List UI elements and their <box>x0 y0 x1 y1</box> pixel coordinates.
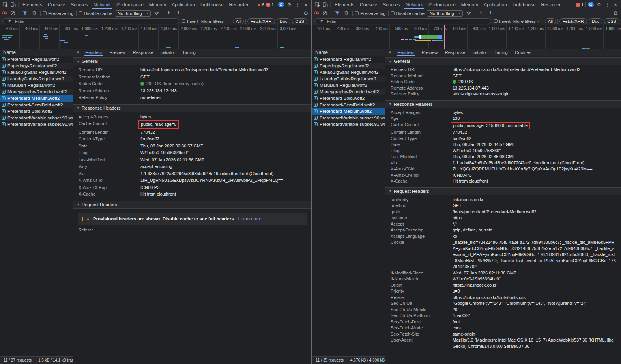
section-header-general[interactable]: ▾General <box>73 57 311 65</box>
filter-chip-css[interactable]: CSS <box>604 18 619 24</box>
waterfall-overview[interactable]: 100 ms200 ms300 ms400 ms500 ms600 ms700 … <box>312 25 621 49</box>
request-row[interactable]: TPretendardVariable.subset.91.woff2 <box>0 121 73 128</box>
tab-lighthouse[interactable]: Lighthouse <box>198 0 226 9</box>
tab-recorder[interactable]: Recorder <box>226 0 251 9</box>
filter-chip-doc[interactable]: Doc <box>277 18 291 24</box>
filter-input-box[interactable] <box>314 18 491 24</box>
tab-elements[interactable]: Elements <box>20 0 45 9</box>
record-icon[interactable] <box>314 11 319 15</box>
preserve-log-checkbox[interactable]: Preserve log <box>43 11 74 16</box>
filter-chip-fetch-xhr[interactable]: Fetch/XHR <box>559 18 587 24</box>
request-row[interactable]: TPretendardVariable.subset.90.woff2 <box>312 115 385 121</box>
import-har-icon[interactable] <box>165 10 172 17</box>
more-menu-icon[interactable]: ⋮ <box>294 2 301 7</box>
detail-tab-timing[interactable]: Timing <box>179 49 199 56</box>
request-row[interactable]: TMaruBuri-Regular.woff2 <box>0 82 73 89</box>
tab-recorder[interactable]: Recorder <box>539 0 563 9</box>
disable-cache-checkbox[interactable]: Disable cache <box>79 11 112 16</box>
clear-icon[interactable] <box>9 10 16 17</box>
request-row[interactable]: TPretendard-Medium.woff2 <box>0 95 73 102</box>
filter-input[interactable] <box>15 19 176 24</box>
tab-memory[interactable]: Memory <box>146 0 169 9</box>
detail-tab-initiator[interactable]: Initiator <box>469 49 490 56</box>
tab-application[interactable]: Application <box>169 0 198 9</box>
export-har-icon[interactable] <box>175 10 182 17</box>
detail-tab-response[interactable]: Response <box>129 49 156 56</box>
preserve-log-checkbox[interactable]: Preserve log <box>355 11 386 16</box>
clear-icon[interactable] <box>321 10 328 17</box>
request-row[interactable]: TMoneygraphy-Rounded.woff2 <box>312 89 385 95</box>
tab-sources[interactable]: Sources <box>68 0 91 9</box>
request-row[interactable]: TPretendard-SemiBold.woff2 <box>0 102 73 108</box>
invert-checkbox[interactable]: Invert <box>494 19 511 24</box>
settings-gear-icon[interactable]: ⚙ <box>303 11 309 16</box>
device-toolbar-icon[interactable] <box>322 1 329 8</box>
filter-input-box[interactable] <box>2 18 179 24</box>
tab-console[interactable]: Console <box>45 0 68 9</box>
disable-cache-checkbox[interactable]: Disable cache <box>391 11 425 16</box>
sync-icon[interactable] <box>278 2 284 7</box>
tab-network[interactable]: Network <box>403 0 426 9</box>
more-filters-button[interactable]: More filters▾ <box>201 19 227 24</box>
request-row[interactable]: TMoneygraphy-Rounded.woff2 <box>0 89 73 95</box>
name-column-header[interactable]: Name <box>0 49 73 56</box>
inspect-icon[interactable] <box>314 1 321 8</box>
tab-application[interactable]: Application <box>481 0 510 9</box>
section-header-request-headers[interactable]: ▾Request Headers <box>385 187 621 195</box>
learn-more-link[interactable]: Learn more <box>238 217 262 221</box>
request-row[interactable]: TPaperlogy-Regular.woff2 <box>0 63 73 69</box>
tab-performance[interactable]: Performance <box>114 0 146 9</box>
search-icon[interactable] <box>343 10 350 17</box>
inspect-icon[interactable] <box>2 1 9 8</box>
tab-performance[interactable]: Performance <box>426 0 458 9</box>
request-row[interactable]: TLaundryGothic-Regular.woff <box>0 76 73 82</box>
sync-icon[interactable] <box>588 2 594 7</box>
filter-chip-css[interactable]: CSS <box>292 18 307 24</box>
filter-chip-all[interactable]: All <box>233 18 244 24</box>
error-count-badge[interactable]: ×1 <box>266 2 274 7</box>
device-toolbar-icon[interactable] <box>10 1 17 8</box>
detail-tab-timing[interactable]: Timing <box>491 49 511 56</box>
close-details-icon[interactable]: × <box>386 50 393 55</box>
detail-tab-preview[interactable]: Preview <box>418 49 441 56</box>
request-row[interactable]: TPretendard-Regular.woff2 <box>312 56 385 63</box>
detail-tab-headers[interactable]: Headers <box>394 49 417 56</box>
filter-funnel-icon[interactable] <box>333 10 340 17</box>
error-count-badge[interactable]: ×1 <box>576 2 584 7</box>
request-row[interactable]: TKakaoBigSans-Regular.woff2 <box>312 69 385 76</box>
section-header-response-headers[interactable]: ▾Response Headers <box>385 100 621 108</box>
request-row[interactable]: TLaundryGothic-Regular.woff <box>312 76 385 82</box>
more-filters-button[interactable]: More filters▾ <box>513 19 539 24</box>
tab-elements[interactable]: Elements <box>332 0 357 9</box>
settings-gear-icon[interactable]: ⚙ <box>596 2 602 7</box>
close-icon[interactable]: × <box>612 2 619 7</box>
request-row[interactable]: TPretendard-Medium.woff2 <box>312 108 385 115</box>
warning-count-badge[interactable]: ▲6 <box>257 2 264 7</box>
detail-tab-response[interactable]: Response <box>441 49 468 56</box>
request-row[interactable]: TPretendardVariable.subset.90.woff2 <box>0 115 73 121</box>
search-icon[interactable] <box>31 10 38 17</box>
filter-chip-fetch-xhr[interactable]: Fetch/XHR <box>247 18 275 24</box>
filter-chip-all[interactable]: All <box>545 18 556 24</box>
close-details-icon[interactable]: × <box>74 50 81 55</box>
throttling-select[interactable]: No throttling▾ <box>115 10 151 17</box>
request-row[interactable]: TPretendard-Bold.woff2 <box>312 95 385 102</box>
filter-funnel-icon[interactable] <box>21 10 28 17</box>
section-header-response-headers[interactable]: ▾Response Headers <box>73 104 311 112</box>
tab-lighthouse[interactable]: Lighthouse <box>510 0 539 9</box>
request-row[interactable]: TPretendard-SemiBold.woff2 <box>312 102 385 108</box>
record-icon[interactable] <box>2 11 7 15</box>
export-har-icon[interactable] <box>487 10 494 17</box>
request-row[interactable]: TPretendardVariable.subset.91.woff2 <box>312 121 385 128</box>
request-row[interactable]: TKakaoBigSans-Regular.woff2 <box>0 69 73 76</box>
settings-gear-icon[interactable]: ⚙ <box>286 2 292 7</box>
waterfall-overview[interactable]: 200 ms400 ms600 ms800 ms1,000 ms1,200 ms… <box>0 25 311 49</box>
name-column-header[interactable]: Name <box>312 49 385 56</box>
close-icon[interactable]: × <box>303 2 309 7</box>
tab-console[interactable]: Console <box>357 0 380 9</box>
import-har-icon[interactable] <box>477 10 484 17</box>
settings-gear-icon[interactable]: ⚙ <box>612 11 619 16</box>
detail-tab-preview[interactable]: Preview <box>106 49 129 56</box>
tab-sources[interactable]: Sources <box>380 0 403 9</box>
section-header-request-headers[interactable]: ▾Request Headers <box>73 201 311 209</box>
